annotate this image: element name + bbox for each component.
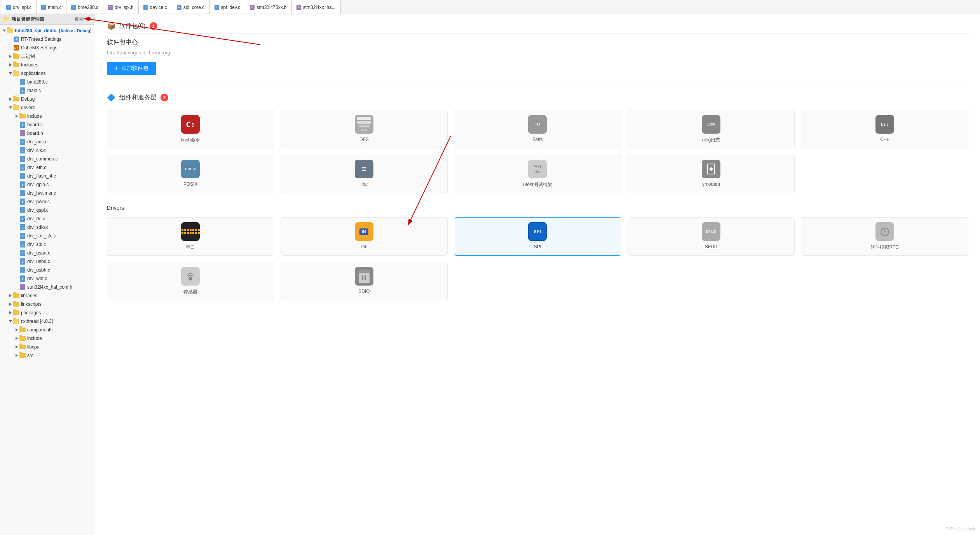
folder-file-icon xyxy=(13,62,19,68)
tree-label: drv_spi.c xyxy=(27,242,46,247)
pin-label: Pin xyxy=(361,244,367,249)
component-dfs[interactable]: DFS DFS xyxy=(281,110,448,148)
sfud-label: SFUD xyxy=(705,244,718,249)
component-ulog[interactable]: LOG ulog日志 xyxy=(628,110,795,148)
c-file-icon: c xyxy=(19,190,26,196)
close-icon[interactable]: ✕ xyxy=(88,17,92,22)
sdio-icon xyxy=(355,267,373,286)
sidebar-item-libraries[interactable]: libraries xyxy=(0,291,95,300)
tab-bme280.c[interactable]: cbme280.c xyxy=(66,0,103,14)
sidebar-item-drivers[interactable]: drivers xyxy=(0,103,95,112)
sidebar-item-stm32l4xx_hal_conf[interactable]: h stm32l4xx_hal_conf.h xyxy=(0,283,95,291)
tree-label: board.c xyxy=(27,122,43,127)
folder-file-icon xyxy=(13,301,19,307)
sidebar-item-libcpu[interactable]: libcpu xyxy=(0,343,95,351)
sidebar-item-includes[interactable]: Includes xyxy=(0,61,95,69)
sidebar-item-drv_spic[interactable]: c drv_spi.c xyxy=(0,240,95,249)
tab-drv_spi.h[interactable]: hdrv_spi.h xyxy=(103,0,139,14)
component-libc[interactable]: ≡ libc xyxy=(281,155,448,193)
sidebar-item-mainc[interactable]: c main.c xyxy=(0,86,95,95)
libc-label: libc xyxy=(361,181,368,187)
add-pkg-button[interactable]: + 添加软件包 xyxy=(107,62,156,75)
no-arrow xyxy=(14,199,19,204)
c-file-icon: c xyxy=(19,224,26,230)
sidebar-item-applications[interactable]: applications xyxy=(0,69,95,78)
tab-spi_core.c[interactable]: cspi_core.c xyxy=(172,0,210,14)
sidebar-item-components[interactable]: components xyxy=(0,326,95,334)
component-cpp[interactable]: C++ C++ xyxy=(801,110,968,148)
c-file-icon: c xyxy=(19,87,26,94)
driver-rtc-soft[interactable]: 软件模拟RTC xyxy=(801,217,968,256)
c-file-icon: c xyxy=(19,275,26,282)
sidebar-item-rt-thread[interactable]: rt-thread [4.0.3] xyxy=(0,317,95,326)
sidebar-item-drv_sdioc[interactable]: c drv_sdio.c xyxy=(0,223,95,232)
sidebar-item-drv_qspic[interactable]: c drv_qspi.c xyxy=(0,206,95,214)
tab-spi_dev.c[interactable]: cspi_dev.c xyxy=(210,0,246,14)
tab-main.c[interactable]: cmain.c xyxy=(37,0,66,14)
sidebar-item-boardc[interactable]: c board.c xyxy=(0,120,95,129)
c-file-icon: c xyxy=(19,156,26,162)
tree-label: drv_eth.c xyxy=(27,165,46,170)
sidebar-item-include[interactable]: include xyxy=(0,112,95,120)
sidebar-item-rt-thread-settings[interactable]: ⚙ RT-Thread Settings xyxy=(0,35,95,44)
driver-serial[interactable]: 串口 xyxy=(107,217,274,256)
dfs-icon: DFS xyxy=(355,115,373,134)
tab-device.c[interactable]: cdevice.c xyxy=(139,0,172,14)
sidebar-item-boardh[interactable]: h board.h xyxy=(0,129,95,138)
tree-label: drv_rtc.c xyxy=(27,216,45,221)
driver-sensor[interactable]: 传感器 xyxy=(107,262,274,300)
sidebar-item-drv_adcc[interactable]: c drv_adc.c xyxy=(0,138,95,146)
no-arrow xyxy=(8,45,13,51)
tab-stm32l475xx.h[interactable]: hstm32l475xx.h xyxy=(245,0,291,14)
sidebar-item-drv_usartc[interactable]: c drv_usart.c xyxy=(0,249,95,257)
tree-label: components xyxy=(27,327,52,333)
c-file-icon: c xyxy=(19,199,26,205)
pkg-section: 📦 软件包(0) 1 软件包中心 http://packages.rt-thre… xyxy=(107,22,968,75)
folder-file-icon xyxy=(13,310,19,316)
component-posix[interactable]: POSIX POSIX xyxy=(107,155,274,193)
driver-sdio[interactable]: SDIO xyxy=(281,262,448,300)
sidebar-item-drv_rtcc[interactable]: c drv_rtc.c xyxy=(0,214,95,223)
sidebar-item-debug[interactable]: Debug xyxy=(0,95,95,103)
sidebar-search[interactable]: 搜索 xyxy=(72,16,85,23)
tab-drv_spi.c[interactable]: cdrv_spi.c xyxy=(2,0,37,14)
driver-pin[interactable]: 64 Pin xyxy=(281,217,448,256)
sidebar-item-drv_commonc[interactable]: c drv_common.c xyxy=(0,155,95,163)
pkg-badge: 1 xyxy=(150,22,157,30)
sidebar-item-rt-include[interactable]: include xyxy=(0,334,95,343)
sidebar-item-drv_wdtc[interactable]: c drv_wdt.c xyxy=(0,274,95,283)
sidebar-item-drv_clkc[interactable]: c drv_clk.c xyxy=(0,146,95,155)
folder-file-icon xyxy=(19,113,26,119)
sidebar-header: 📁 项目资源管理器 搜索 ✕ xyxy=(0,14,95,25)
sidebar-item-drv_gpioc[interactable]: c drv_gpio.c xyxy=(0,180,95,189)
sidebar-item-drv_usbdc[interactable]: c drv_usbd.c xyxy=(0,257,95,266)
expand-arrow xyxy=(8,62,13,68)
no-arrow xyxy=(14,88,19,93)
tab-stm32l4xx_ha...[interactable]: hstm32l4xx_ha... xyxy=(292,0,341,14)
spi-icon: SPI xyxy=(528,222,547,241)
sidebar-item-drv_ethc[interactable]: c drv_eth.c xyxy=(0,163,95,172)
sidebar-item-drv_flash_l4c[interactable]: c drv_flash_l4.c xyxy=(0,172,95,180)
pkg-section-title: 软件包(0) xyxy=(119,22,146,30)
driver-spi[interactable]: SPI SPI xyxy=(454,217,621,256)
driver-sfud[interactable]: SFUD SFUD xyxy=(628,217,795,256)
ymodem-label: ymodem xyxy=(702,181,720,187)
sidebar-item-drv_hwtimerc[interactable]: c drv_hwtimer.c xyxy=(0,189,95,197)
component-ymodem[interactable]: ymodem xyxy=(628,155,795,193)
component-fatfs[interactable]: FAT Fatfs xyxy=(454,110,621,148)
sidebar-item-drv_pwmc[interactable]: c drv_pwm.c xyxy=(0,197,95,206)
component-utest[interactable]: TEST utest utest测试框架 xyxy=(454,155,621,193)
component-finsh[interactable]: C: finsh命令 xyxy=(107,110,274,148)
tab-label: spi_core.c xyxy=(183,5,205,10)
sidebar-item-packages[interactable]: packages xyxy=(0,308,95,317)
sidebar-item-drv_usbhc[interactable]: c drv_usbh.c xyxy=(0,266,95,274)
sidebar-item-src[interactable]: src xyxy=(0,351,95,360)
sidebar-item-drv_soft_i2cc[interactable]: c drv_soft_i2c.c xyxy=(0,232,95,240)
sidebar-item-binary[interactable]: 二进制 xyxy=(0,52,95,61)
sidebar-item-cubemx-settings[interactable]: MX CubeMX Settings xyxy=(0,44,95,52)
sidebar-item-bme280c[interactable]: c bme280.c xyxy=(0,78,95,86)
sidebar-item-linkscripts[interactable]: linkscripts xyxy=(0,300,95,308)
c-file-icon: c xyxy=(19,233,26,239)
sidebar-project-root[interactable]: bme280_spi_demo [Active - Debug] xyxy=(0,26,95,35)
pkg-url: http://packages.rt-thread.org xyxy=(107,50,968,56)
